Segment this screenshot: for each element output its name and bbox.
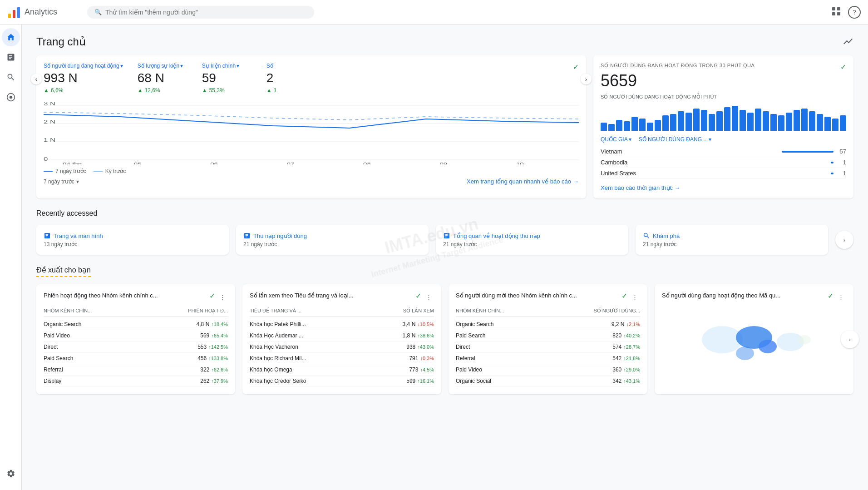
metric-nav-next[interactable]: › — [581, 74, 592, 84]
data-row-value: 569 ↑65,4% — [200, 332, 228, 339]
page-title: Trang chủ — [36, 35, 86, 48]
sidebar-item-reports[interactable] — [2, 48, 20, 66]
metric-label-events[interactable]: Số lượng sự kiện ▾ — [138, 63, 187, 69]
country-bar: 1 — [831, 159, 846, 166]
realtime-bar — [724, 107, 730, 131]
data-row-name: Khóa học Omega — [250, 366, 292, 373]
metric-nav-prev[interactable]: ‹ — [31, 74, 42, 84]
realtime-bar — [840, 115, 846, 131]
data-row-name: Organic Social — [456, 378, 491, 384]
period-select[interactable]: 7 ngày trước ▾ — [44, 178, 79, 185]
realtime-bar — [778, 115, 784, 131]
data-row: Khóa Học Vacheron 938 ↑43,0% — [250, 342, 434, 353]
chart-controls: 7 ngày trước ▾ Xem trang tổng quan nhanh… — [44, 178, 579, 185]
data-row-value: 262 ↑37,9% — [200, 378, 228, 384]
svg-rect-3 — [832, 7, 835, 10]
suggestion-actions: ✓ ⋮ — [209, 292, 228, 302]
suggestion-more-icon[interactable]: ⋮ — [629, 292, 640, 302]
data-row-name: Referral — [44, 366, 63, 373]
metric-label-key-events[interactable]: Sự kiện chính ▾ — [202, 63, 252, 69]
data-row-name: Organic Search — [456, 321, 493, 327]
data-row: Direct 553 ↑142,5% — [44, 342, 228, 353]
realtime-bar — [655, 120, 661, 131]
suggestion-more-icon[interactable]: ⋮ — [423, 292, 434, 302]
data-row-value: 342 ↑43,1% — [612, 378, 640, 384]
data-row-change: ↑29,0% — [623, 367, 640, 372]
logo-area: Analytics — [7, 5, 80, 19]
suggestion-title: Số người dùng đang hoạt động theo Mã qu.… — [662, 292, 780, 300]
view-realtime-link[interactable]: Xem báo cáo thời gian thực → — [601, 184, 846, 191]
realtime-bar — [809, 111, 815, 131]
metric-label-other[interactable]: Số — [266, 63, 316, 69]
realtime-bar — [693, 109, 700, 131]
suggestions-grid: Phiên hoạt động theo Nhóm kênh chính c..… — [36, 284, 853, 394]
data-row-value: 9,2 N ↓2,1% — [612, 321, 640, 327]
metric-events: Số lượng sự kiện ▾ 68 N ▲ 12,6% — [138, 63, 187, 94]
data-row: Display 262 ↑37,9% — [44, 376, 228, 387]
data-row-value: 773 ↑4,5% — [409, 366, 434, 373]
svg-text:04 thg: 04 thg — [63, 162, 82, 164]
metric-change-events: ▲ 12,6% — [138, 87, 187, 94]
data-row-value: 542 ↑21,8% — [612, 355, 640, 361]
country-filters: QUỐC GIA ▾ SỐ NGƯỜI DÙNG ĐANG ... ▾ — [601, 136, 846, 143]
legend-current: 7 ngày trước — [44, 168, 86, 174]
data-row-value: 938 ↑43,0% — [406, 344, 434, 350]
svg-point-8 — [9, 96, 12, 99]
svg-rect-4 — [837, 7, 840, 10]
realtime-bar — [832, 119, 838, 131]
country-filter-country[interactable]: QUỐC GIA ▾ — [601, 136, 631, 143]
sidebar-item-advertising[interactable] — [2, 88, 20, 106]
country-row: United States 1 — [601, 168, 846, 179]
metrics-row: Số người dùng đang hoạt động ▾ 993 N ▲ 6… — [44, 63, 579, 94]
country-row: Cambodia 1 — [601, 157, 846, 168]
data-row-value: 1,8 N ↑38,6% — [403, 332, 434, 339]
data-row: Direct 574 ↑28,7% — [456, 342, 640, 353]
data-row-name: Referral — [456, 355, 475, 361]
data-row-change: ↑62,6% — [211, 367, 228, 372]
report-card-3[interactable]: Khám phá 21 ngày trước — [636, 225, 828, 255]
country-count: 1 — [837, 170, 846, 177]
search-input[interactable] — [105, 9, 307, 16]
country-name: Cambodia — [601, 159, 627, 166]
data-row-change: ↓10,5% — [417, 322, 434, 327]
report-card-2[interactable]: Tổng quan về hoạt động thu nạp 21 ngày t… — [436, 225, 628, 255]
data-row-name: Paid Video — [44, 332, 70, 339]
data-row-change: ↑142,5% — [208, 344, 228, 350]
chart-svg: 3 N 2 N 1 N 0 04 thg 05 06 07 08 09 10 — [44, 101, 579, 164]
report-card-0[interactable]: Trang và màn hình 13 ngày trước — [36, 225, 229, 255]
search-bar[interactable]: 🔍 — [87, 6, 314, 19]
apps-icon[interactable] — [832, 7, 841, 17]
recently-accessed-cards: Trang và màn hình 13 ngày trước Thu nạp … — [36, 225, 853, 255]
recently-accessed-nav-next[interactable]: › — [835, 231, 853, 249]
svg-rect-5 — [832, 12, 835, 15]
report-card-1[interactable]: Thu nạp người dùng 21 ngày trước — [236, 225, 429, 255]
suggestion-more-icon[interactable]: ⋮ — [835, 292, 846, 302]
data-row: Organic Social 342 ↑43,1% — [456, 376, 640, 387]
data-row: Organic Search 9,2 N ↓2,1% — [456, 319, 640, 330]
country-filter-users[interactable]: SỐ NGƯỜI DÙNG ĐANG ... ▾ — [639, 136, 712, 143]
view-report-link[interactable]: Xem trang tổng quan nhanh về báo cáo → — [467, 178, 579, 185]
suggestion-more-icon[interactable]: ⋮ — [217, 292, 228, 302]
realtime-bar — [631, 117, 638, 131]
sidebar-item-home[interactable] — [2, 28, 20, 46]
country-bar-fill — [831, 173, 833, 174]
customize-icon[interactable] — [843, 36, 853, 48]
realtime-bar — [770, 114, 777, 131]
metric-label-active-users[interactable]: Số người dùng đang hoạt động ▾ — [44, 63, 123, 69]
realtime-value: 5659 — [601, 71, 846, 90]
svg-text:09: 09 — [439, 162, 447, 164]
realtime-card: SỐ NGƯỜI DÙNG ĐANG HOẠT ĐỘNG TRONG 30 PH… — [593, 55, 853, 198]
sidebar-item-settings[interactable] — [2, 465, 20, 483]
metric-value-events: 68 N — [138, 71, 187, 85]
suggestion-card-0: Phiên hoạt động theo Nhóm kênh chính c..… — [36, 284, 235, 394]
data-row-change: ↑65,4% — [211, 333, 228, 338]
data-row: Khóa học Patek Philli... 3,4 N ↓10,5% — [250, 319, 434, 330]
map-nav-next[interactable]: › — [841, 330, 859, 348]
help-icon[interactable]: ? — [848, 6, 861, 19]
realtime-bar — [624, 121, 630, 131]
sidebar-item-explore[interactable] — [2, 68, 20, 86]
realtime-bar — [817, 114, 823, 131]
metric-change-other: ▲ 1 — [266, 87, 316, 94]
report-card-date-1: 21 ngày trước — [243, 241, 421, 247]
realtime-bar — [616, 120, 622, 131]
